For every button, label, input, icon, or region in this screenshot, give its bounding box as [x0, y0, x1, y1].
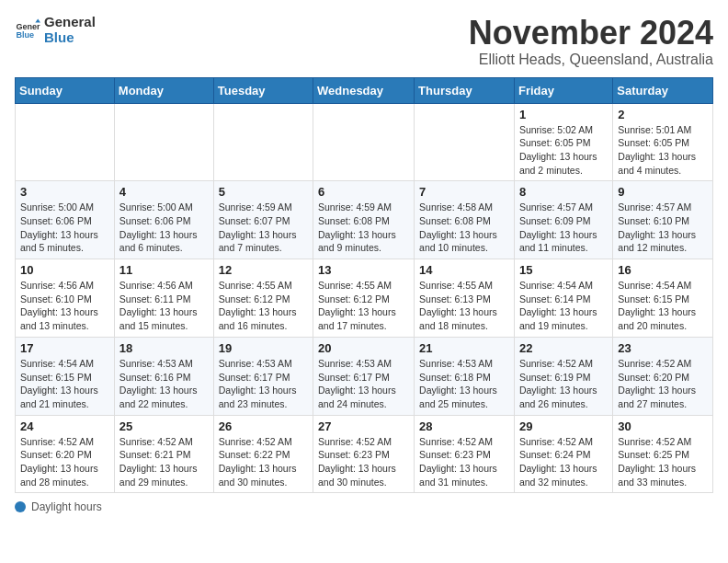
day-number: 1: [519, 108, 608, 121]
calendar-cell: [16, 103, 115, 181]
calendar-cell: [114, 103, 213, 181]
day-number: 29: [519, 419, 608, 433]
day-info: Sunrise: 4:53 AM Sunset: 6:17 PM Dayligh…: [318, 357, 409, 411]
calendar-cell: 15Sunrise: 4:54 AM Sunset: 6:14 PM Dayli…: [514, 259, 612, 338]
day-number: 17: [20, 341, 109, 355]
calendar-day-header: Wednesday: [313, 77, 415, 103]
day-number: 19: [219, 341, 308, 355]
title-section: November 2024 Elliott Heads, Queensland,…: [469, 15, 713, 68]
calendar-header: SundayMondayTuesdayWednesdayThursdayFrid…: [16, 77, 713, 103]
calendar-table: SundayMondayTuesdayWednesdayThursdayFrid…: [15, 77, 713, 494]
day-info: Sunrise: 4:57 AM Sunset: 6:09 PM Dayligh…: [519, 201, 608, 255]
legend-dot: [15, 501, 26, 512]
logo: General Blue General Blue: [15, 15, 96, 45]
day-info: Sunrise: 4:52 AM Sunset: 6:22 PM Dayligh…: [219, 435, 308, 489]
day-number: 14: [419, 263, 509, 277]
calendar-cell: 19Sunrise: 4:53 AM Sunset: 6:17 PM Dayli…: [213, 337, 313, 415]
day-number: 25: [119, 419, 209, 433]
day-number: 4: [119, 185, 209, 199]
calendar-cell: [213, 103, 313, 181]
calendar-cell: 5Sunrise: 4:59 AM Sunset: 6:07 PM Daylig…: [213, 181, 313, 259]
calendar-cell: 26Sunrise: 4:52 AM Sunset: 6:22 PM Dayli…: [213, 415, 313, 493]
calendar-cell: 11Sunrise: 4:56 AM Sunset: 6:11 PM Dayli…: [114, 259, 213, 338]
calendar-week-row: 17Sunrise: 4:54 AM Sunset: 6:15 PM Dayli…: [16, 337, 713, 415]
day-info: Sunrise: 5:00 AM Sunset: 6:06 PM Dayligh…: [20, 201, 109, 255]
svg-marker-2: [35, 18, 40, 22]
day-info: Sunrise: 5:01 AM Sunset: 6:05 PM Dayligh…: [618, 123, 708, 178]
calendar-day-header: Saturday: [613, 77, 713, 103]
calendar-day-header: Thursday: [415, 77, 515, 103]
calendar-cell: 18Sunrise: 4:53 AM Sunset: 6:16 PM Dayli…: [114, 337, 213, 415]
day-number: 27: [318, 419, 409, 433]
calendar-day-header: Sunday: [16, 77, 115, 103]
legend-label: Daylight hours: [31, 500, 102, 513]
calendar-cell: 13Sunrise: 4:55 AM Sunset: 6:12 PM Dayli…: [313, 259, 415, 338]
logo-general-text: General: [44, 15, 96, 30]
legend: Daylight hours: [15, 500, 713, 513]
day-info: Sunrise: 4:56 AM Sunset: 6:10 PM Dayligh…: [20, 279, 109, 333]
calendar-cell: 2Sunrise: 5:01 AM Sunset: 6:05 PM Daylig…: [613, 103, 713, 181]
day-number: 13: [318, 263, 409, 277]
day-number: 22: [519, 341, 608, 355]
day-number: 3: [20, 185, 109, 199]
calendar-cell: 28Sunrise: 4:52 AM Sunset: 6:23 PM Dayli…: [415, 415, 515, 493]
calendar-day-header: Friday: [514, 77, 612, 103]
calendar-cell: 9Sunrise: 4:57 AM Sunset: 6:10 PM Daylig…: [613, 181, 713, 259]
day-info: Sunrise: 4:52 AM Sunset: 6:24 PM Dayligh…: [519, 435, 608, 489]
day-info: Sunrise: 5:02 AM Sunset: 6:05 PM Dayligh…: [519, 123, 608, 178]
day-number: 24: [20, 419, 109, 433]
svg-text:Blue: Blue: [16, 30, 34, 40]
calendar-cell: 14Sunrise: 4:55 AM Sunset: 6:13 PM Dayli…: [415, 259, 515, 338]
day-number: 5: [219, 185, 308, 199]
day-number: 9: [618, 185, 708, 199]
calendar-week-row: 3Sunrise: 5:00 AM Sunset: 6:06 PM Daylig…: [16, 181, 713, 259]
day-number: 8: [519, 185, 608, 199]
calendar-cell: 7Sunrise: 4:58 AM Sunset: 6:08 PM Daylig…: [415, 181, 515, 259]
day-info: Sunrise: 4:52 AM Sunset: 6:25 PM Dayligh…: [618, 435, 708, 489]
calendar-cell: 4Sunrise: 5:00 AM Sunset: 6:06 PM Daylig…: [114, 181, 213, 259]
day-info: Sunrise: 4:52 AM Sunset: 6:20 PM Dayligh…: [618, 357, 708, 411]
day-info: Sunrise: 4:52 AM Sunset: 6:23 PM Dayligh…: [318, 435, 409, 489]
calendar-body: 1Sunrise: 5:02 AM Sunset: 6:05 PM Daylig…: [16, 103, 713, 493]
page-header: General Blue General Blue November 2024 …: [15, 15, 713, 68]
logo-icon: General Blue: [15, 17, 40, 43]
calendar-cell: 29Sunrise: 4:52 AM Sunset: 6:24 PM Dayli…: [514, 415, 612, 493]
day-info: Sunrise: 4:54 AM Sunset: 6:14 PM Dayligh…: [519, 279, 608, 333]
calendar-cell: 10Sunrise: 4:56 AM Sunset: 6:10 PM Dayli…: [16, 259, 115, 338]
calendar-cell: [415, 103, 515, 181]
day-info: Sunrise: 4:57 AM Sunset: 6:10 PM Dayligh…: [618, 201, 708, 255]
calendar-cell: 23Sunrise: 4:52 AM Sunset: 6:20 PM Dayli…: [613, 337, 713, 415]
day-info: Sunrise: 5:00 AM Sunset: 6:06 PM Dayligh…: [119, 201, 209, 255]
calendar-cell: 3Sunrise: 5:00 AM Sunset: 6:06 PM Daylig…: [16, 181, 115, 259]
calendar-cell: 27Sunrise: 4:52 AM Sunset: 6:23 PM Dayli…: [313, 415, 415, 493]
day-info: Sunrise: 4:53 AM Sunset: 6:16 PM Dayligh…: [119, 357, 209, 411]
day-number: 15: [519, 263, 608, 277]
calendar-cell: 21Sunrise: 4:53 AM Sunset: 6:18 PM Dayli…: [415, 337, 515, 415]
month-title: November 2024: [469, 15, 713, 52]
calendar-cell: 20Sunrise: 4:53 AM Sunset: 6:17 PM Dayli…: [313, 337, 415, 415]
day-info: Sunrise: 4:54 AM Sunset: 6:15 PM Dayligh…: [618, 279, 708, 333]
calendar-day-header: Monday: [114, 77, 213, 103]
day-info: Sunrise: 4:55 AM Sunset: 6:12 PM Dayligh…: [219, 279, 308, 333]
day-info: Sunrise: 4:52 AM Sunset: 6:19 PM Dayligh…: [519, 357, 608, 411]
day-number: 2: [618, 108, 708, 121]
day-info: Sunrise: 4:58 AM Sunset: 6:08 PM Dayligh…: [419, 201, 509, 255]
day-info: Sunrise: 4:55 AM Sunset: 6:13 PM Dayligh…: [419, 279, 509, 333]
calendar-cell: 6Sunrise: 4:59 AM Sunset: 6:08 PM Daylig…: [313, 181, 415, 259]
day-number: 30: [618, 419, 708, 433]
calendar-cell: 22Sunrise: 4:52 AM Sunset: 6:19 PM Dayli…: [514, 337, 612, 415]
calendar-week-row: 24Sunrise: 4:52 AM Sunset: 6:20 PM Dayli…: [16, 415, 713, 493]
day-number: 20: [318, 341, 409, 355]
day-info: Sunrise: 4:52 AM Sunset: 6:21 PM Dayligh…: [119, 435, 209, 489]
location-title: Elliott Heads, Queensland, Australia: [469, 52, 713, 68]
day-number: 23: [618, 341, 708, 355]
calendar-cell: 16Sunrise: 4:54 AM Sunset: 6:15 PM Dayli…: [613, 259, 713, 338]
day-info: Sunrise: 4:52 AM Sunset: 6:23 PM Dayligh…: [419, 435, 509, 489]
calendar-week-row: 10Sunrise: 4:56 AM Sunset: 6:10 PM Dayli…: [16, 259, 713, 338]
day-info: Sunrise: 4:52 AM Sunset: 6:20 PM Dayligh…: [20, 435, 109, 489]
calendar-cell: 24Sunrise: 4:52 AM Sunset: 6:20 PM Dayli…: [16, 415, 115, 493]
day-number: 12: [219, 263, 308, 277]
calendar-cell: 30Sunrise: 4:52 AM Sunset: 6:25 PM Dayli…: [613, 415, 713, 493]
day-info: Sunrise: 4:59 AM Sunset: 6:07 PM Dayligh…: [219, 201, 308, 255]
day-number: 21: [419, 341, 509, 355]
